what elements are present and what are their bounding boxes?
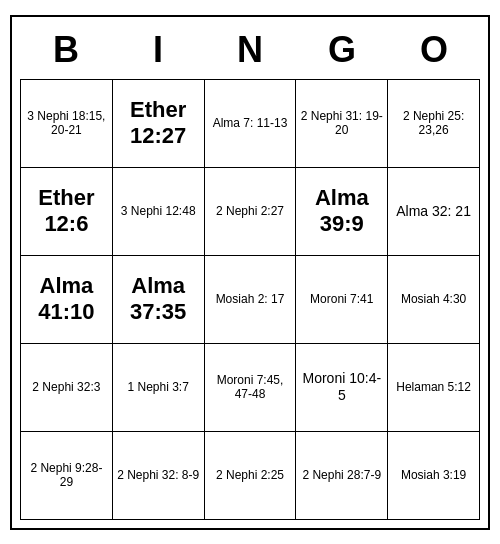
bingo-header: BINGO: [20, 25, 480, 75]
bingo-cell[interactable]: 3 Nephi 18:15, 20-21: [21, 80, 113, 168]
bingo-cell[interactable]: Alma 32: 21: [388, 168, 480, 256]
bingo-cell[interactable]: Helaman 5:12: [388, 344, 480, 432]
header-letter: G: [296, 25, 388, 75]
bingo-cell[interactable]: 2 Nephi 32: 8-9: [113, 432, 205, 520]
header-letter: B: [20, 25, 112, 75]
bingo-cell[interactable]: Ether 12:27: [113, 80, 205, 168]
bingo-cell[interactable]: Moroni 7:45, 47-48: [205, 344, 297, 432]
bingo-cell[interactable]: Alma 7: 11-13: [205, 80, 297, 168]
bingo-cell[interactable]: Alma 37:35: [113, 256, 205, 344]
bingo-cell[interactable]: 3 Nephi 12:48: [113, 168, 205, 256]
header-letter: N: [204, 25, 296, 75]
bingo-cell[interactable]: 2 Nephi 28:7-9: [296, 432, 388, 520]
bingo-cell[interactable]: 2 Nephi 2:25: [205, 432, 297, 520]
bingo-card: BINGO 3 Nephi 18:15, 20-21Ether 12:27Alm…: [10, 15, 490, 530]
bingo-cell[interactable]: Mosiah 2: 17: [205, 256, 297, 344]
bingo-cell[interactable]: Alma 41:10: [21, 256, 113, 344]
bingo-cell[interactable]: Ether 12:6: [21, 168, 113, 256]
bingo-cell[interactable]: Moroni 10:4-5: [296, 344, 388, 432]
header-letter: O: [388, 25, 480, 75]
bingo-cell[interactable]: 2 Nephi 32:3: [21, 344, 113, 432]
bingo-cell[interactable]: 2 Nephi 9:28-29: [21, 432, 113, 520]
bingo-grid: 3 Nephi 18:15, 20-21Ether 12:27Alma 7: 1…: [20, 79, 480, 520]
header-letter: I: [112, 25, 204, 75]
bingo-cell[interactable]: Alma 39:9: [296, 168, 388, 256]
bingo-cell[interactable]: 2 Nephi 2:27: [205, 168, 297, 256]
bingo-cell[interactable]: 2 Nephi 25: 23,26: [388, 80, 480, 168]
bingo-cell[interactable]: Moroni 7:41: [296, 256, 388, 344]
bingo-cell[interactable]: 2 Nephi 31: 19-20: [296, 80, 388, 168]
bingo-cell[interactable]: Mosiah 4:30: [388, 256, 480, 344]
bingo-cell[interactable]: Mosiah 3:19: [388, 432, 480, 520]
bingo-cell[interactable]: 1 Nephi 3:7: [113, 344, 205, 432]
